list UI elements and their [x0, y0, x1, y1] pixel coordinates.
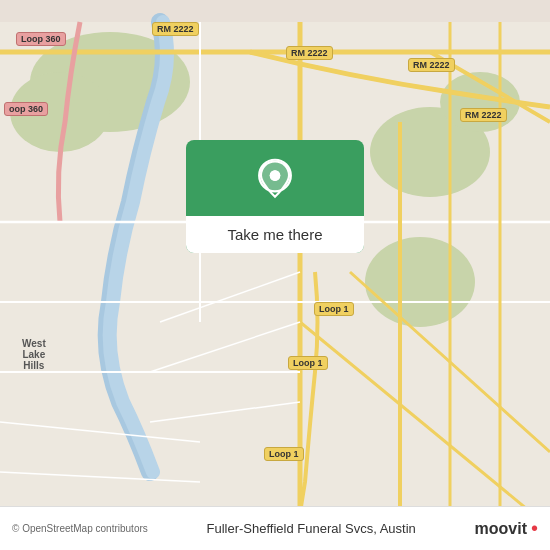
take-me-there-button[interactable]: Take me there [186, 216, 364, 253]
road-label-loop1-2: Loop 1 [288, 356, 328, 370]
road-label-rm2222-3: RM 2222 [408, 58, 455, 72]
svg-point-26 [270, 170, 281, 181]
location-pin-icon [253, 158, 297, 202]
road-label-rm2222-2: RM 2222 [286, 46, 333, 60]
place-label-west-lake-hills: West Lake Hills [22, 338, 46, 371]
moovit-logo-dot: • [531, 517, 538, 540]
place-name-text: Fuller-Sheffield Funeral Svcs, Austin [207, 521, 416, 536]
road-label-loop1-3: Loop 1 [264, 447, 304, 461]
popup-card: Take me there [186, 140, 364, 253]
road-label-loop360-2: oop 360 [4, 102, 48, 116]
moovit-logo-text: moovit [475, 520, 527, 538]
attribution-text: © OpenStreetMap contributors [12, 523, 148, 534]
map-container: RM 2222 RM 2222 RM 2222 RM 2222 Loop 360… [0, 0, 550, 550]
road-label-loop360-1: Loop 360 [16, 32, 66, 46]
road-label-rm2222-4: RM 2222 [460, 108, 507, 122]
bottom-bar: © OpenStreetMap contributors Fuller-Shef… [0, 506, 550, 550]
popup-icon-area [186, 140, 364, 216]
svg-point-5 [365, 237, 475, 327]
road-label-rm2222-1: RM 2222 [152, 22, 199, 36]
moovit-logo: moovit • [475, 517, 538, 540]
road-label-loop1-1: Loop 1 [314, 302, 354, 316]
